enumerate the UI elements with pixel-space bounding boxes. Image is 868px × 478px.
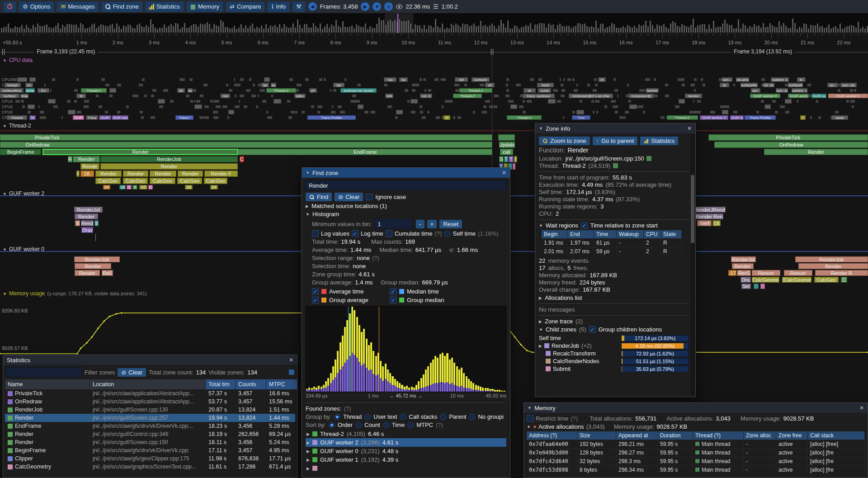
frame-bar[interactable] [118,26,120,33]
alloc-address-cell[interactable]: 0x7dfaa64e00 [527,440,577,448]
frame-bar[interactable] [772,25,773,33]
collapse-icon[interactable]: ▼ [539,126,543,131]
frame-bar[interactable] [358,26,359,33]
timeline-zone[interactable]: (CalcGeomet [782,277,811,283]
frame-bar[interactable] [24,28,25,33]
frame-bar[interactable] [283,24,285,33]
cpu-zone[interactable]: Thread-2 [81,88,107,93]
header-location[interactable]: Location [90,379,206,389]
frame-bar[interactable] [428,25,429,33]
table-row[interactable]: Renderjni/../jni/src/guif/Screen.cpp:257… [5,414,295,422]
cpu-zone[interactable]: kwot [537,83,553,87]
legend-checkbox[interactable] [390,297,396,303]
collapse-icon[interactable]: ▼ [3,247,7,252]
cpu-zone[interactable]: composer@2.1-se (Hw [569,94,613,98]
frame-bar[interactable] [243,28,244,33]
found-zone-row[interactable]: ▶GUIF worker 1(3,192)4.39 s [306,455,506,464]
timeline-zone[interactable]: BeginFrame [0,149,41,155]
frame-bar[interactable] [211,28,212,33]
frame-bar[interactable] [453,25,454,33]
timeline-zone[interactable]: Render [178,170,203,177]
statistics-table-header[interactable]: Name Location Total tim Counts MTPC [5,379,295,389]
sort-by-radio[interactable] [329,422,335,428]
frame-bar[interactable] [638,24,640,33]
frame-bar[interactable] [148,27,149,33]
histogram-section-label[interactable]: Histogram [312,211,339,218]
frame-bar[interactable] [170,24,172,33]
frame-bar[interactable] [758,25,760,33]
cpu-zone[interactable]: GUIF worker 2 [700,115,728,120]
frame-bar[interactable] [256,27,258,33]
frame-bar[interactable] [794,23,796,33]
timeline-zone[interactable]: T [504,156,509,162]
frame-bar[interactable] [860,28,861,33]
frame-bar[interactable] [708,24,710,33]
cpu-zone[interactable]: Thread-2 [667,115,698,120]
frame-bar[interactable] [387,21,389,33]
cpu-zone[interactable]: I [800,115,806,120]
frame-bar[interactable] [713,21,714,33]
frame-bar[interactable] [288,28,289,33]
timeline-zone[interactable]: -17 [728,270,736,276]
cpu-zone[interactable]: system [25,88,35,93]
frame-bar[interactable] [351,25,353,33]
wait-table-header[interactable]: State [661,230,682,238]
frame-dropdown-button[interactable]: ▼ [373,2,381,11]
frame-bar[interactable] [184,23,185,33]
collapse-icon[interactable]: ▼ [306,170,310,175]
frame-bar[interactable] [659,25,660,33]
frame-bar[interactable] [817,24,818,33]
frame-label-right[interactable]: Frame 3,194 (13.92 ms) [731,48,795,55]
cpu-zone[interactable]: composer@ [628,94,654,98]
frame-bar[interactable] [797,29,798,33]
frame-bar[interactable] [788,28,789,33]
frame-bar[interactable] [460,27,461,33]
group-by-radio[interactable] [440,414,446,420]
cpu-zone[interactable]: sis-gms [736,77,749,82]
ignore-case-checkbox[interactable] [366,194,373,200]
alloc-table-header[interactable]: Zone free [776,431,808,440]
frame-bar[interactable] [279,24,280,33]
frame-bar[interactable] [729,25,730,33]
frame-bar[interactable] [71,24,72,33]
frame-bar[interactable] [157,29,158,33]
cpu-zone[interactable]: md [221,94,230,98]
group-by-radio[interactable] [364,414,371,420]
alloc-table-header[interactable]: Size [577,431,616,440]
frame-bar[interactable] [602,24,604,33]
frame-bar[interactable] [618,28,619,33]
frame-bar[interactable] [159,28,160,33]
alloc-address-cell[interactable]: 0x7e049b3d00 [527,448,577,457]
location-value[interactable]: jni/../jni/src/guif/Screen.cpp:150 [566,156,644,162]
frame-bar[interactable] [191,25,192,33]
timeline-zone[interactable]: CalcGeome [752,277,779,283]
memory-window-titlebar[interactable]: ▼Memory✕ [524,403,868,413]
frame-bar[interactable] [394,20,396,33]
child-zone-row[interactable]: RecalcTransform72.92 µs (1.62%) [539,350,689,357]
frame-bar[interactable] [593,27,594,33]
cpu-zone[interactable] [194,104,202,109]
child-zone-row[interactable]: Submit35.63 µs (0.79%) [539,365,689,373]
power-button[interactable] [4,2,16,12]
messages-button[interactable]: ✉Messages [57,2,98,12]
timeline-zone[interactable]: RenderJoI [74,207,102,213]
table-row[interactable]: RenderJobjni/../jni/src/guif/Screen.cpp:… [5,406,295,414]
frame-bar[interactable] [815,25,816,33]
frame-bar[interactable] [706,29,708,33]
frame-bar[interactable] [561,26,563,33]
frame-bar[interactable] [537,24,538,33]
frame-bar[interactable] [697,25,698,33]
frame-bar[interactable] [89,27,90,33]
cpu-zone[interactable]: Thread-2 [453,94,481,98]
frame-bar[interactable] [51,28,52,33]
legend-checkbox[interactable] [312,288,319,295]
frame-bar[interactable] [155,28,156,33]
frame-bar[interactable] [826,27,827,33]
frame-bar[interactable] [675,23,676,33]
help-icon[interactable]: (?) [571,415,578,422]
matched-locations-label[interactable]: Matched source locations (1) [311,203,387,209]
frame-bar[interactable] [290,27,292,33]
frame-bar[interactable] [367,29,368,33]
timeline-zone[interactable]: Render Ren [695,213,723,219]
frame-bar[interactable] [98,26,99,33]
